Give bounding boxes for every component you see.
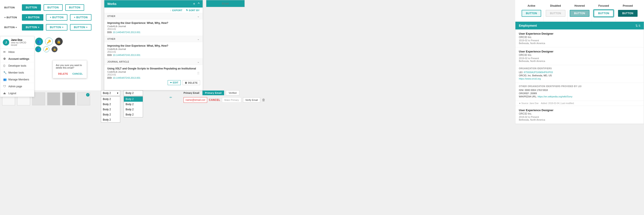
dropdown-trigger-2[interactable]: Body 2 [124, 90, 143, 96]
state-active-button[interactable]: BUTTON [522, 10, 542, 17]
sort-by-button[interactable]: ⇅ SORT BY [186, 9, 200, 12]
wikipedia-link[interactable]: https://en.wikipedia.org/wiki/Sony [538, 95, 572, 98]
icon-sm-people[interactable]: 👥 [35, 46, 41, 52]
menu-item-account-settings[interactable]: ⚙ Account settings [0, 56, 34, 62]
works-add-button[interactable]: + [193, 2, 195, 6]
verify-email-button[interactable]: Verify Email [243, 97, 260, 103]
primary-email-button[interactable]: Primary Email [202, 91, 224, 95]
emp-item-2: User Experience Designer ORCID Inc. 2019… [516, 47, 644, 65]
emp-3-dates: 2019-02 to Present [519, 116, 640, 118]
dropdown-item-1[interactable]: Body 2 [101, 97, 120, 102]
dropdown-item-4[interactable]: Body 2 [101, 112, 120, 117]
btn-plus-outline-2[interactable]: + BUTTON [70, 14, 92, 21]
wrench-icon: 🔧 [3, 71, 7, 74]
dropdown-item-2-3[interactable]: Body 2 [124, 107, 143, 112]
state-pressed-label: Pressed [623, 4, 633, 7]
dropdown-item-2-2[interactable]: Body 2 [124, 102, 143, 107]
work-2-doi: DOI: 10.14454/07243.2013.001 [107, 54, 200, 56]
dropdown-trigger-1[interactable]: Body 2 ▾ [101, 90, 120, 96]
thumb-5[interactable] [62, 92, 75, 105]
thumb-4[interactable] [47, 92, 60, 105]
work-delete-button[interactable]: 🗑 DELETE [182, 80, 200, 85]
icon-people-filled[interactable]: 👥 [35, 38, 43, 45]
icon-row-2: 👥 🔑 🔒 [35, 46, 58, 52]
btn-plus-filled-1[interactable]: + BUTTON [22, 14, 43, 21]
pencil-icon[interactable]: ✏ [170, 96, 172, 99]
lei-link[interactable]: 875500A2PSXM0HP6VP03 [524, 71, 553, 74]
work-2-title: Improving the User Experience: What, Why… [107, 44, 200, 47]
menu-item-manage-members[interactable]: 👥 Manage Members [0, 76, 34, 83]
delete-dialog-message: Are you sure you want to delete this ema… [56, 64, 84, 69]
work-1-doi: DOI: 10.14454/07243.2013.001 [107, 31, 200, 34]
developer-icon: ⟨⟩ [3, 64, 7, 67]
verified-button[interactable]: Verified [226, 90, 239, 95]
icon-lock-dark[interactable]: 🔒 [55, 38, 63, 45]
lei-row: LEI: 875500A2PSXM0HP6VP03 [519, 71, 640, 74]
menu-item-logout-label: Logout [8, 92, 16, 95]
dropdown-item-5[interactable]: Body 2 [101, 117, 120, 122]
chevron-down-icon: ▾ [117, 92, 118, 95]
work-1-doi-link[interactable]: 10.14454/07243.2013.001 [113, 31, 140, 34]
dropdown-area: Body 2 ▾ Body 2 Body 2 Body 2 Body 2 Bod… [101, 90, 143, 96]
works-toolbar: ↑ EXPORT ⇅ SORT BY [104, 8, 203, 13]
menu-item-admin-page[interactable]: 🛡 Admin page [0, 83, 34, 90]
emp-1-org: ORCID Inc. [519, 36, 640, 39]
section-3-toggle[interactable]: ⌄ [197, 60, 200, 63]
state-hovered-button[interactable]: BUTTON [570, 10, 590, 17]
dropdown-item-2-4[interactable]: Body 2 [124, 112, 143, 117]
work-2-year: 2013-01 [107, 51, 200, 53]
export-button[interactable]: ↑ EXPORT [170, 9, 182, 12]
icon-sm-lock[interactable]: 🔒 [52, 46, 58, 52]
lei-org-row: ORCID, Inc. Bethesda, MD, US [519, 74, 640, 77]
icon-key[interactable]: 🔑 [45, 38, 53, 45]
menu-item-inbox[interactable]: ✉ Inbox [0, 49, 34, 56]
emp-2-role: User Experience Designer [519, 50, 640, 53]
thumb-checked[interactable] [77, 92, 90, 105]
dialog-cancel-button[interactable]: CANCEL [72, 72, 84, 76]
email-input-field[interactable] [184, 97, 207, 103]
menu-item-account-settings-label: Account settings [8, 57, 29, 60]
btn-row3-label: BUTTON + [4, 26, 19, 29]
section-2-toggle[interactable]: ⌄ [197, 37, 200, 41]
cancel-email-button[interactable]: CANCEL [209, 98, 220, 101]
btn-outline-1[interactable]: BUTTON [44, 4, 63, 11]
avatar: J [3, 39, 9, 46]
emp-3-org: ORCID Inc. [519, 112, 640, 115]
section-1-toggle[interactable]: ⌄ [197, 15, 200, 18]
dropdown-item-3[interactable]: Body 2 [101, 107, 120, 112]
btn-arrow-outline-2[interactable]: BUTTON + [70, 24, 92, 31]
state-disabled-col: Disabled BUTTON [544, 4, 567, 17]
icon-sm-key[interactable]: 🔑 [43, 46, 49, 52]
email-widget-input[interactable] [206, 0, 245, 7]
menu-item-developer-tools[interactable]: ⟨⟩ Developer tools [0, 62, 34, 69]
work-2-doi-link[interactable]: 10.14454/07243.2013.001 [113, 54, 140, 56]
email-section: Primary Email Primary Email Verified CAN… [184, 90, 265, 103]
work-edit-button[interactable]: ✏ EDIT [168, 80, 181, 85]
dialog-delete-button[interactable]: DELETE [57, 72, 69, 76]
btn-plus-outline-1[interactable]: + BUTTON [46, 14, 68, 21]
drag-handle[interactable]: ⠿ [197, 71, 200, 76]
dropdown-item-2-1[interactable]: Body 2 [124, 97, 143, 102]
dropdown-1: Body 2 ▾ Body 2 Body 2 Body 2 Body 2 Bod… [101, 90, 120, 96]
menu-item-logout[interactable]: ⏏ Logout [0, 90, 34, 97]
btn-arrow-filled-1[interactable]: BUTTON + [22, 24, 43, 31]
shield-icon: 🛡 [3, 85, 7, 88]
lei-url-link[interactable]: https://www.orcid.org [519, 77, 541, 80]
menu-item-member-tools[interactable]: 🔧 Member tools [0, 69, 34, 76]
trash-icon[interactable]: 🗑 [262, 98, 265, 102]
user-menu-header[interactable]: J Jane Doe view my ORCID record [0, 36, 34, 49]
employment-sort-button[interactable]: ⇅ S [636, 24, 640, 27]
menu-item-inbox-label: Inbox [8, 51, 14, 54]
make-primary-button[interactable]: Make Primary [222, 97, 241, 103]
works-collapse-button[interactable]: ^ [198, 2, 200, 6]
btn-filled-1[interactable]: BUTTON [22, 4, 41, 11]
state-pressed-button[interactable]: BUTTON [618, 10, 638, 17]
work-3-year: 2013-01 [107, 73, 200, 76]
works-header: Works + ^ [104, 0, 203, 8]
state-focused-button[interactable]: BUTTON [594, 10, 614, 17]
work-3-doi-link[interactable]: 10.14454/07243.2013.001 [113, 77, 140, 79]
dropdown-item-2[interactable]: Body 2 [101, 102, 120, 107]
state-disabled-button[interactable]: BUTTON [546, 10, 566, 17]
btn-arrow-outline-1[interactable]: BUTTON + [46, 24, 68, 31]
btn-outline-2[interactable]: BUTTON [65, 4, 84, 11]
